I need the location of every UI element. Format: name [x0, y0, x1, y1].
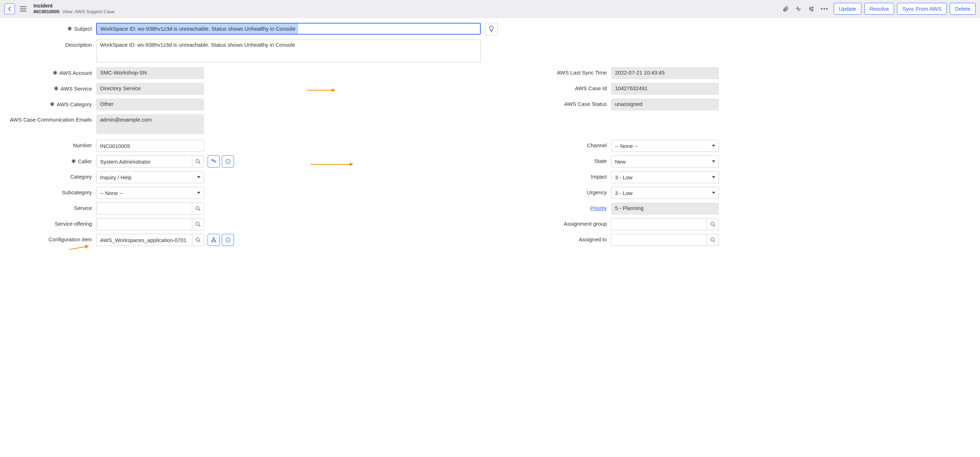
label-caller: Caller: [78, 158, 92, 165]
label-category: Category: [70, 174, 92, 180]
label-aws-case-status: AWS Case Status: [565, 101, 607, 107]
required-icon: ✱: [67, 25, 72, 32]
service-input[interactable]: [96, 203, 192, 214]
svg-rect-5: [215, 161, 216, 162]
label-aws-case-id: AWS Case Id: [575, 85, 607, 91]
svg-point-7: [196, 206, 199, 209]
label-service-offering: Service offering: [55, 221, 92, 227]
urgency-select[interactable]: 3 - Low: [611, 187, 719, 199]
config-item-lookup-icon[interactable]: [192, 234, 204, 246]
aws-service-field: Directory Service: [96, 83, 204, 95]
aws-last-sync-field: 2022-07-21 10:43:45: [611, 67, 719, 79]
svg-rect-12: [215, 241, 216, 242]
resolve-button[interactable]: Resolve: [864, 3, 894, 14]
label-assigned-to: Assigned to: [579, 236, 607, 243]
category-select[interactable]: Inquiry / Help: [96, 171, 204, 183]
channel-select[interactable]: -- None --: [611, 140, 719, 152]
assigned-to-lookup-icon[interactable]: [707, 234, 719, 246]
svg-point-14: [711, 222, 714, 225]
form-body: ✱Subject Description WorkSpace ID: ws-93…: [0, 18, 980, 249]
label-aws-category: AWS Category: [57, 101, 92, 107]
required-icon: ✱: [54, 85, 59, 92]
caller-lookup-icon[interactable]: [192, 155, 204, 168]
label-service: Service: [74, 205, 92, 211]
label-state: State: [594, 158, 607, 164]
assignment-group-input[interactable]: [611, 218, 707, 230]
header-buttons: Update Resolve Sync From AWS Delete: [834, 3, 976, 14]
svg-point-3: [196, 159, 199, 163]
label-impact: Impact: [591, 174, 607, 180]
config-item-input[interactable]: [96, 234, 192, 246]
delete-button[interactable]: Delete: [950, 3, 976, 14]
sync-button[interactable]: Sync From AWS: [897, 3, 947, 14]
svg-point-9: [196, 238, 199, 241]
lightbulb-icon[interactable]: [485, 23, 498, 36]
aws-emails-field: admin@example.com: [96, 114, 204, 134]
label-aws-account: AWS Account: [59, 70, 92, 76]
assignment-group-lookup-icon[interactable]: [707, 218, 719, 230]
settings-slider-icon[interactable]: [808, 6, 815, 12]
label-channel: Channel: [587, 142, 607, 148]
svg-rect-11: [212, 241, 213, 242]
svg-point-0: [812, 7, 813, 8]
label-aws-last-sync: AWS Last Sync Time: [557, 70, 607, 75]
config-item-tree-icon[interactable]: [208, 234, 220, 246]
label-aws-emails: AWS Case Communication Emails: [10, 117, 92, 123]
back-button[interactable]: [4, 3, 15, 14]
svg-rect-4: [212, 159, 213, 161]
aws-account-field: SMC-Workshop-SN: [96, 67, 204, 79]
label-description: Description: [65, 42, 92, 48]
assigned-to-input[interactable]: [611, 234, 707, 246]
aws-case-status-field: unassigned: [611, 98, 719, 110]
menu-icon[interactable]: [20, 5, 29, 13]
required-icon: ✱: [50, 101, 54, 108]
service-lookup-icon[interactable]: [192, 203, 204, 214]
header-icons: •••: [782, 6, 829, 12]
required-icon: ✱: [53, 70, 57, 76]
description-input[interactable]: WorkSpace ID: ws-938hv1z3d is unreachabl…: [96, 39, 481, 62]
record-number: INC0010005: [33, 9, 59, 14]
label-subcategory: Subcategory: [62, 189, 92, 195]
aws-case-id-field: 10427632491: [611, 83, 719, 95]
number-input[interactable]: [96, 140, 204, 152]
caller-input[interactable]: [96, 155, 192, 168]
label-subject: Subject: [74, 26, 92, 32]
caller-related-icon[interactable]: [208, 155, 220, 168]
svg-rect-10: [213, 238, 215, 239]
subcategory-select[interactable]: -- None --: [96, 187, 204, 199]
priority-field: 5 - Planning: [611, 203, 719, 214]
activity-icon[interactable]: [795, 6, 802, 12]
title-block: Incident INC0010005 View: AWS Support Ca…: [33, 3, 115, 14]
update-button[interactable]: Update: [834, 3, 861, 14]
more-icon[interactable]: •••: [821, 6, 829, 12]
label-aws-service: AWS Service: [60, 86, 92, 92]
form-header: Incident INC0010005 View: AWS Support Ca…: [0, 0, 980, 18]
service-offering-input[interactable]: [96, 218, 192, 230]
impact-select[interactable]: 3 - Low: [611, 171, 719, 183]
label-urgency: Urgency: [587, 189, 607, 195]
label-config-item: Configuration item: [48, 236, 92, 243]
label-number: Number: [73, 142, 92, 148]
svg-point-8: [196, 222, 199, 225]
state-select[interactable]: New: [611, 155, 719, 168]
required-icon: ✱: [71, 158, 76, 165]
label-priority[interactable]: Priority: [590, 205, 607, 211]
label-assignment-group: Assignment group: [564, 221, 607, 227]
config-item-info-icon[interactable]: [222, 234, 234, 246]
subject-input[interactable]: [96, 23, 481, 35]
aws-category-field: Other: [96, 98, 204, 110]
svg-point-15: [711, 238, 714, 241]
record-type: Incident: [33, 3, 115, 9]
caller-info-icon[interactable]: [222, 155, 234, 168]
service-offering-lookup-icon[interactable]: [192, 218, 204, 230]
attachment-icon[interactable]: [782, 6, 789, 12]
